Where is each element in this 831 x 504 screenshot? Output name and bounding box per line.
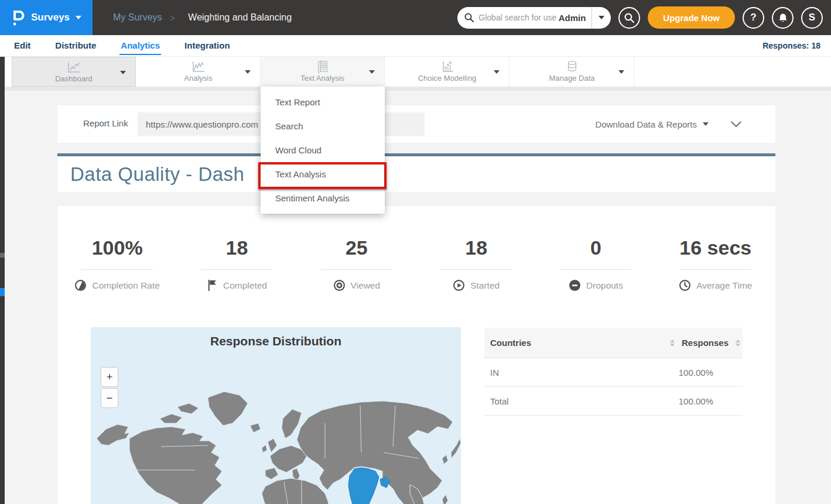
expand-section-chevron-icon[interactable]	[731, 121, 741, 128]
bell-icon	[778, 13, 788, 23]
search-scope-label: Admin	[559, 13, 592, 23]
world-map[interactable]	[91, 349, 461, 504]
responses-cell: 100.00%	[679, 368, 743, 378]
stat-label: Started	[470, 280, 500, 291]
tab-edit[interactable]: Edit	[13, 37, 32, 55]
avatar-initial: S	[809, 12, 815, 23]
chevron-down-icon	[76, 16, 81, 19]
download-data-reports-label: Download Data & Reports	[596, 119, 697, 129]
stat-label: Average Time	[696, 280, 752, 291]
stat-value: 25	[297, 236, 416, 259]
clock-icon	[679, 279, 691, 292]
map-philippines	[442, 495, 448, 504]
map-iberia	[265, 468, 278, 479]
stat-value: 100%	[57, 236, 177, 259]
topbar-actions: Admin Upgrade Now ? S	[457, 0, 823, 35]
map-zoom-in-button[interactable]: +	[101, 367, 118, 387]
map-alaska	[97, 424, 129, 445]
rail-marker-active	[0, 288, 5, 296]
menu-item-word-cloud[interactable]: Word Cloud	[261, 138, 385, 162]
map-north-america	[129, 427, 222, 504]
toolbar-text-analysis-button[interactable]: Text Analysis	[261, 57, 385, 87]
survey-title: Weighting and Balancing	[188, 12, 292, 23]
responses-count: Responses: 18	[762, 41, 820, 50]
table-row: IN 100.00%	[484, 358, 743, 387]
questionpro-logo-icon	[11, 8, 25, 27]
play-circle-icon	[453, 279, 465, 292]
column-header-responses[interactable]: Responses	[682, 338, 729, 348]
sort-icon[interactable]	[670, 340, 675, 347]
product-switcher[interactable]: Surveys	[0, 0, 93, 35]
menu-item-text-analysis[interactable]: Text Analysis	[261, 162, 385, 186]
menu-item-text-report[interactable]: Text Report	[261, 90, 385, 114]
map-zoom-out-button[interactable]: −	[101, 388, 118, 408]
user-avatar[interactable]: S	[801, 7, 823, 29]
stat-value: 0	[536, 236, 655, 259]
minus-circle-icon	[569, 279, 581, 292]
map-korea	[442, 455, 448, 464]
toolbar-button-label: Text Analysis	[261, 74, 384, 83]
map-africa	[262, 478, 329, 504]
breadcrumb: My Surveys > Weighting and Balancing	[113, 12, 292, 23]
product-name: Surveys	[31, 12, 70, 23]
global-search-box[interactable]: Admin	[457, 7, 611, 29]
responses-cell: 100.00%	[679, 396, 743, 406]
half-pie-icon	[74, 279, 87, 292]
question-mark-icon: ?	[750, 12, 756, 23]
breadcrumb-parent-link[interactable]: My Surveys	[113, 12, 162, 23]
map-iceland	[250, 423, 261, 433]
tab-distribute[interactable]: Distribute	[54, 37, 97, 55]
database-icon	[565, 60, 579, 73]
divider	[81, 269, 153, 270]
page-title: Data Quality - Dash	[70, 163, 244, 186]
stat-value: 18	[416, 236, 536, 259]
tabs: Edit Distribute Analytics Integration	[13, 37, 231, 55]
data-quality-card: Data Quality - Dash	[57, 153, 775, 192]
menu-item-search[interactable]: Search	[261, 114, 385, 138]
stat-started: 18 Started	[416, 236, 536, 292]
search-scope-dropdown[interactable]	[592, 7, 611, 29]
toolbar-dashboard-button[interactable]: Dashboard	[12, 57, 136, 87]
stat-label: Completion Rate	[92, 280, 159, 291]
toolbar-choice-modelling-button[interactable]: Choice Modelling	[385, 57, 509, 87]
response-distribution-map: Response Distribution + −	[91, 327, 461, 504]
search-button[interactable]	[618, 7, 640, 29]
toolbar-analysis-button[interactable]: Analysis	[136, 57, 261, 87]
chevron-down-icon	[120, 71, 126, 74]
divider	[680, 269, 751, 270]
stat-average-time: 16 secs Average Time	[656, 236, 775, 292]
eye-icon	[333, 279, 346, 292]
countries-table-header: Countries Responses	[484, 328, 743, 358]
search-icon	[624, 13, 634, 23]
analytics-toolbar: Dashboard Analysis Text Analysis	[0, 57, 831, 87]
toolbar-manage-data-button[interactable]: Manage Data	[510, 57, 634, 87]
chevron-down-icon	[369, 70, 375, 74]
toolbar-button-label: Dashboard	[12, 74, 135, 83]
sort-icon[interactable]	[736, 340, 740, 347]
line-chart-icon	[66, 61, 81, 74]
report-link-label: Report Link	[83, 118, 128, 128]
map-india-highlighted	[348, 468, 379, 504]
menu-item-sentiment-analysis[interactable]: Sentiment Analysis	[261, 186, 385, 210]
global-search-input[interactable]	[474, 13, 558, 22]
divider	[560, 269, 631, 270]
toolbar-button-label: Analysis	[136, 74, 260, 83]
divider	[201, 269, 272, 270]
download-data-reports-dropdown[interactable]: Download Data & Reports	[596, 105, 741, 143]
chevron-down-icon	[618, 70, 624, 74]
stat-value: 16 secs	[656, 236, 775, 259]
notifications-button[interactable]	[772, 7, 794, 29]
help-button[interactable]: ?	[743, 7, 764, 29]
map-uk	[268, 438, 277, 452]
search-icon	[464, 13, 474, 22]
divider	[440, 269, 512, 270]
upgrade-now-button[interactable]: Upgrade Now	[648, 6, 735, 29]
countries-table: Countries Responses IN 100.00% Total 100…	[484, 328, 743, 416]
map-arctic-island	[160, 414, 182, 423]
tab-analytics[interactable]: Analytics	[119, 37, 161, 55]
divider	[321, 269, 392, 270]
tab-integration[interactable]: Integration	[183, 37, 231, 55]
divider	[0, 87, 831, 91]
column-header-countries[interactable]: Countries	[484, 338, 670, 348]
map-greenland	[208, 392, 248, 426]
